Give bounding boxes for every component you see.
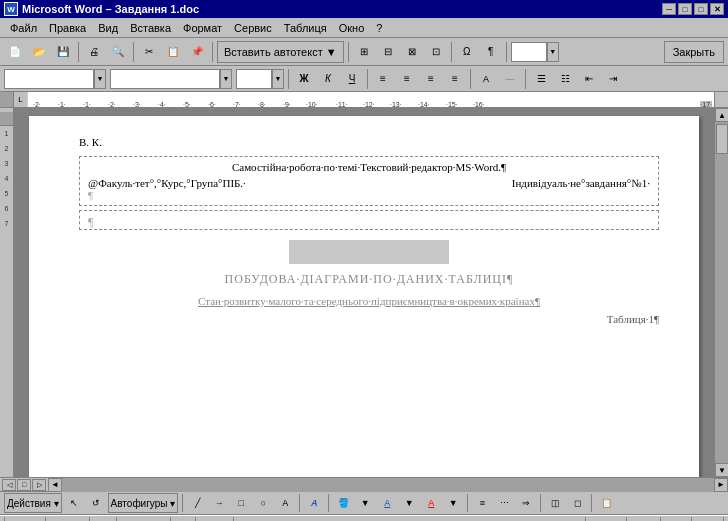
line-color-button[interactable]: A xyxy=(377,493,397,513)
arrow-button[interactable]: → xyxy=(209,493,229,513)
sep-fmt4 xyxy=(525,69,526,89)
menu-help[interactable]: ? xyxy=(370,20,388,36)
align-center-button[interactable]: ≡ xyxy=(396,68,418,90)
font-color-arrow[interactable]: ▼ xyxy=(443,493,463,513)
shadow-button[interactable]: ◫ xyxy=(545,493,565,513)
status-st: Ст xyxy=(171,517,196,522)
hscroll-right-button[interactable]: ► xyxy=(714,478,728,492)
clipboard-button[interactable]: 📋 xyxy=(596,493,616,513)
draw-sep5 xyxy=(540,494,541,512)
actions-button[interactable]: Действия ▾ xyxy=(4,493,62,513)
copy-button[interactable]: 📋 xyxy=(162,41,184,63)
menu-format[interactable]: Формат xyxy=(177,20,228,36)
icon4[interactable]: ⊡ xyxy=(425,41,447,63)
status-zam: ЗАМ xyxy=(627,517,661,522)
line-button[interactable]: ╱ xyxy=(187,493,207,513)
dash-style-button[interactable]: ⋯ xyxy=(494,493,514,513)
autotekst-button[interactable]: Вставить автотекст ▼ xyxy=(217,41,344,63)
icon1[interactable]: ⊞ xyxy=(353,41,375,63)
size-arrow[interactable]: ▼ xyxy=(272,69,284,89)
preview-button[interactable]: 🔍 xyxy=(107,41,129,63)
fill-arrow-button[interactable]: ▼ xyxy=(355,493,375,513)
font-input[interactable]: Times New Roman xyxy=(110,69,220,89)
list-button[interactable]: ☰ xyxy=(530,68,552,90)
bold-button[interactable]: Ж xyxy=(293,68,315,90)
close-toolbar-button[interactable]: Закрыть xyxy=(664,41,724,63)
document-area[interactable]: В. К. Самостійна·робота·по·темі·Текстови… xyxy=(14,108,714,477)
highlight-button[interactable]: — xyxy=(499,68,521,90)
menu-edit[interactable]: Правка xyxy=(43,20,92,36)
textbox-button[interactable]: A xyxy=(275,493,295,513)
scroll-track[interactable] xyxy=(715,122,728,463)
icon3[interactable]: ⊠ xyxy=(401,41,423,63)
font-arrow[interactable]: ▼ xyxy=(220,69,232,89)
menu-window[interactable]: Окно xyxy=(333,20,371,36)
close-button[interactable]: ✕ xyxy=(710,3,724,15)
icon2[interactable]: ⊟ xyxy=(377,41,399,63)
cut-button[interactable]: ✂ xyxy=(138,41,160,63)
minimize-button[interactable]: ─ xyxy=(662,3,676,15)
align-left-button[interactable]: ≡ xyxy=(372,68,394,90)
document-page: В. К. Самостійна·робота·по·темі·Текстови… xyxy=(29,116,699,477)
icon5[interactable]: Ω xyxy=(456,41,478,63)
style-input[interactable]: Style_text xyxy=(4,69,94,89)
save-button[interactable]: 💾 xyxy=(52,41,74,63)
autoshapes-button[interactable]: Автофигуры ▾ xyxy=(108,493,179,513)
doc-title: Самостійна·робота·по·темі·Текстовий·реда… xyxy=(88,161,650,173)
menu-bar: Файл Правка Вид Вставка Формат Сервис Та… xyxy=(0,18,728,38)
draw-sep2 xyxy=(299,494,300,512)
hscroll-page-btn1[interactable]: ◁ xyxy=(2,479,16,491)
ellipse-button[interactable]: ○ xyxy=(253,493,273,513)
new-button[interactable]: 📄 xyxy=(4,41,26,63)
menu-service[interactable]: Сервис xyxy=(228,20,278,36)
hscroll-page-btn2[interactable]: □ xyxy=(17,479,31,491)
color-button[interactable]: A xyxy=(475,68,497,90)
outdent-button[interactable]: ⇤ xyxy=(578,68,600,90)
3d-button[interactable]: ◻ xyxy=(567,493,587,513)
wordart-button[interactable]: A xyxy=(304,493,324,513)
maximize-button[interactable]: □ xyxy=(694,3,708,15)
paste-button[interactable]: 📌 xyxy=(186,41,208,63)
zoom-input[interactable]: 75% xyxy=(511,42,547,62)
doc-text-box[interactable]: ¶ xyxy=(79,210,659,230)
icon6[interactable]: ¶ xyxy=(480,41,502,63)
menu-insert[interactable]: Вставка xyxy=(124,20,177,36)
draw-sep3 xyxy=(328,494,329,512)
font-color-button[interactable]: A xyxy=(421,493,441,513)
line-color-arrow[interactable]: ▼ xyxy=(399,493,419,513)
align-justify-button[interactable]: ≡ xyxy=(444,68,466,90)
size-input[interactable]: 12 xyxy=(236,69,272,89)
arrow-style-button[interactable]: ⇒ xyxy=(516,493,536,513)
hscroll-page-btn3[interactable]: ▷ xyxy=(32,479,46,491)
menu-table[interactable]: Таблиця xyxy=(278,20,333,36)
fill-color-button[interactable]: 🪣 xyxy=(333,493,353,513)
print-button[interactable]: 🖨 xyxy=(83,41,105,63)
restore-button[interactable]: □ xyxy=(678,3,692,15)
scroll-thumb[interactable] xyxy=(716,124,728,154)
open-button[interactable]: 📂 xyxy=(28,41,50,63)
menu-view[interactable]: Вид xyxy=(92,20,124,36)
status-col: Кол 1 xyxy=(196,517,234,522)
scroll-down-button[interactable]: ▼ xyxy=(715,463,728,477)
line-style-button[interactable]: ≡ xyxy=(472,493,492,513)
scroll-up-button[interactable]: ▲ xyxy=(715,108,728,122)
select-cursor-button[interactable]: ↖ xyxy=(64,493,84,513)
hscroll-left-button[interactable]: ◄ xyxy=(48,478,62,492)
italic-button[interactable]: К xyxy=(317,68,339,90)
underline-button[interactable]: Ч xyxy=(341,68,363,90)
status-bar: Стр. 2 Разд 1 2/6 На 2.8см Ст Кол 1 ЗАП … xyxy=(0,515,728,521)
doc-info-left: @Факуль·тет°,°Курс,°Група°ПІБ.· xyxy=(88,177,246,189)
num-list-button[interactable]: ☷ xyxy=(554,68,576,90)
zoom-arrow[interactable]: ▼ xyxy=(547,42,559,62)
rotate-button[interactable]: ↺ xyxy=(86,493,106,513)
indent-button[interactable]: ⇥ xyxy=(602,68,624,90)
align-right-button[interactable]: ≡ xyxy=(420,68,442,90)
app-icon: W xyxy=(4,2,18,16)
hscroll-track[interactable] xyxy=(62,478,714,492)
left-ruler: 1 2 3 4 5 6 7 xyxy=(0,108,14,477)
ruler-horizontal: L ·2· ·1· ·1· ·2· ·3· ·4· ·5· ·6· ·7· ·8… xyxy=(0,92,728,108)
menu-file[interactable]: Файл xyxy=(4,20,43,36)
sep4 xyxy=(348,42,349,62)
rect-button[interactable]: □ xyxy=(231,493,251,513)
style-arrow[interactable]: ▼ xyxy=(94,69,106,89)
